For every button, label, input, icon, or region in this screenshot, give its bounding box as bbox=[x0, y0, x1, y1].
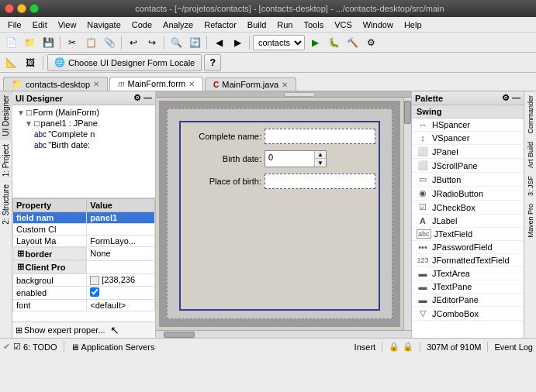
spinner-controls[interactable]: ▲ ▼ bbox=[314, 151, 326, 167]
menu-view[interactable]: View bbox=[54, 19, 81, 30]
hide-palette-icon[interactable]: — bbox=[512, 93, 520, 102]
save-button[interactable]: 💾 bbox=[40, 34, 57, 51]
todo-item[interactable]: ☑ 6: TODO bbox=[13, 342, 57, 352]
debug-button[interactable]: 🐛 bbox=[325, 34, 342, 51]
palette-item-jtextfield[interactable]: abc JTextField bbox=[412, 228, 524, 241]
menu-refactor[interactable]: Refactor bbox=[199, 19, 241, 30]
run-button[interactable]: ▶ bbox=[306, 34, 323, 51]
build-button[interactable]: 🔨 bbox=[344, 34, 361, 51]
search-button[interactable]: 🔍 bbox=[168, 34, 185, 51]
palette-item-jeditorpane[interactable]: ▬ JEditorPane bbox=[412, 294, 524, 307]
menu-vcs[interactable]: VCS bbox=[330, 19, 357, 30]
prop-customcl-value[interactable] bbox=[87, 224, 155, 236]
prop-enabled-value[interactable] bbox=[87, 287, 155, 300]
prop-border-value[interactable]: None bbox=[87, 247, 155, 261]
prop-row-font[interactable]: font <default> bbox=[13, 300, 155, 311]
menu-help[interactable]: Help bbox=[399, 19, 427, 30]
cut-button[interactable]: ✂ bbox=[64, 34, 81, 51]
tab-close-mainform-java[interactable]: ✕ bbox=[282, 81, 288, 89]
gear-icon[interactable]: ⚙ bbox=[133, 93, 141, 103]
toolbar2-btn1[interactable]: 📐 bbox=[2, 54, 19, 71]
prop-row-background[interactable]: backgroul [238,236 bbox=[13, 274, 155, 287]
window-controls[interactable] bbox=[5, 4, 39, 13]
palette-item-jtextpane[interactable]: ▬ JTextPane bbox=[412, 280, 524, 294]
prop-fieldname-value[interactable]: panel1 bbox=[87, 212, 155, 224]
tab-close-mainform-form[interactable]: ✕ bbox=[188, 80, 195, 88]
palette-item-jformattedtextfield[interactable]: 123 JFormattedTextField bbox=[412, 254, 524, 267]
palette-item-jcombobox[interactable]: ▽ JComboBox bbox=[412, 307, 524, 321]
form-tree[interactable]: ▼ □ Form (MainForm) ▼ □ panel1 : JPane a… bbox=[12, 105, 155, 198]
palette-item-jtextarea[interactable]: ▬ JTextArea bbox=[412, 267, 524, 280]
redo-button[interactable]: ↪ bbox=[144, 34, 161, 51]
top-scrollbar[interactable] bbox=[156, 91, 411, 98]
menu-analyze[interactable]: Analyze bbox=[158, 19, 198, 30]
run-config-combo[interactable]: contacts bbox=[253, 35, 305, 50]
vtab-art-build[interactable]: Art Build bbox=[525, 138, 536, 172]
minimize-button[interactable] bbox=[17, 4, 26, 13]
vtab-structure[interactable]: 2: Structure bbox=[0, 181, 12, 229]
tab-mainform-form[interactable]: m MainForm.form ✕ bbox=[109, 77, 203, 91]
undo-button[interactable]: ↩ bbox=[125, 34, 142, 51]
menu-tools[interactable]: Tools bbox=[299, 19, 328, 30]
spinner-birthdate[interactable]: 0 ▲ ▼ bbox=[265, 150, 327, 167]
menu-edit[interactable]: Edit bbox=[28, 19, 52, 30]
prop-row-customcl[interactable]: Custom Cl bbox=[13, 224, 155, 236]
prop-font-value[interactable]: <default> bbox=[87, 300, 155, 311]
palette-item-vspacer[interactable]: ↕ VSpancer bbox=[412, 132, 524, 145]
vtab-commander[interactable]: Commander bbox=[525, 91, 536, 138]
palette-item-jscrollpane[interactable]: ⬜ JScrollPane bbox=[412, 159, 524, 173]
gear-palette-icon[interactable]: ⚙ bbox=[502, 93, 510, 102]
paste-button[interactable]: 📎 bbox=[101, 34, 118, 51]
menu-build[interactable]: Build bbox=[243, 19, 271, 30]
show-expert-row[interactable]: ⊞ Show expert proper... ↖ bbox=[12, 322, 155, 338]
prop-row-fieldname[interactable]: field nam panel1 bbox=[13, 212, 155, 224]
open-button[interactable]: 📁 bbox=[21, 34, 38, 51]
expand-arrow-panel1[interactable]: ▼ bbox=[25, 119, 33, 128]
tab-contacts-desktop[interactable]: 📁 contacts-desktop ✕ bbox=[3, 77, 108, 91]
new-file-button[interactable]: 📄 bbox=[2, 34, 19, 51]
vscroll-thumb[interactable] bbox=[404, 101, 411, 124]
form-hscroll[interactable] bbox=[156, 330, 411, 338]
maximize-button[interactable] bbox=[29, 4, 39, 13]
input-placeofbirth[interactable] bbox=[265, 174, 375, 189]
palette-item-jcheckbox[interactable]: ☑ JCheckBox bbox=[412, 201, 524, 215]
vtab-jsf[interactable]: 3: JSF bbox=[525, 172, 536, 200]
menu-window[interactable]: Window bbox=[358, 19, 398, 30]
palette-item-jpasswordfield[interactable]: ••• JPasswordField bbox=[412, 241, 524, 254]
settings-button[interactable]: ⚙ bbox=[362, 34, 379, 51]
menu-code[interactable]: Code bbox=[127, 19, 157, 30]
vtab-project[interactable]: 1: Project bbox=[0, 140, 12, 181]
appservers-item[interactable]: 🖥 Application Servers bbox=[71, 342, 155, 352]
prop-layoutma-value[interactable]: FormLayo... bbox=[87, 236, 155, 247]
palette-section-swing[interactable]: Swing bbox=[412, 105, 524, 119]
enabled-checkbox[interactable] bbox=[90, 287, 99, 297]
input-completename[interactable] bbox=[265, 129, 375, 144]
tab-mainform-java[interactable]: C MainForm.java ✕ bbox=[205, 77, 296, 91]
menu-navigate[interactable]: Navigate bbox=[82, 19, 125, 30]
palette-item-jlabel[interactable]: A JLabel bbox=[412, 215, 524, 228]
palette-item-jpanel[interactable]: ⬜ JPanel bbox=[412, 145, 524, 159]
copy-button[interactable]: 📋 bbox=[82, 34, 99, 51]
spinner-up[interactable]: ▲ bbox=[315, 151, 326, 159]
palette-item-jbutton[interactable]: ▭ JButton bbox=[412, 173, 524, 187]
palette-item-jradiobutton[interactable]: ◉ JRadioButton bbox=[412, 187, 524, 201]
close-button[interactable] bbox=[5, 4, 14, 13]
vtab-ui-designer[interactable]: UI Designer bbox=[0, 91, 12, 140]
tree-item-panel1[interactable]: ▼ □ panel1 : JPane bbox=[14, 118, 154, 129]
help-button[interactable]: ? bbox=[204, 54, 221, 71]
hscroll-thumb[interactable] bbox=[284, 92, 315, 97]
spinner-down[interactable]: ▼ bbox=[315, 159, 326, 167]
prop-row-layoutma[interactable]: Layout Ma FormLayo... bbox=[13, 236, 155, 247]
prop-background-value[interactable]: [238,236 bbox=[87, 274, 155, 287]
tree-item-completename[interactable]: abc "Complete n bbox=[14, 129, 154, 139]
hscroll-thumb2[interactable] bbox=[164, 332, 195, 338]
hide-icon[interactable]: — bbox=[144, 93, 152, 103]
menu-file[interactable]: File bbox=[3, 19, 26, 30]
menu-run[interactable]: Run bbox=[272, 19, 297, 30]
tab-close-contacts[interactable]: ✕ bbox=[93, 80, 99, 88]
tree-item-form[interactable]: ▼ □ Form (MainForm) bbox=[14, 107, 154, 118]
form-vscroll[interactable] bbox=[403, 98, 411, 330]
forward-button[interactable]: ▶ bbox=[229, 34, 246, 51]
prop-row-enabled[interactable]: enabled bbox=[13, 287, 155, 300]
back-button[interactable]: ◀ bbox=[210, 34, 227, 51]
